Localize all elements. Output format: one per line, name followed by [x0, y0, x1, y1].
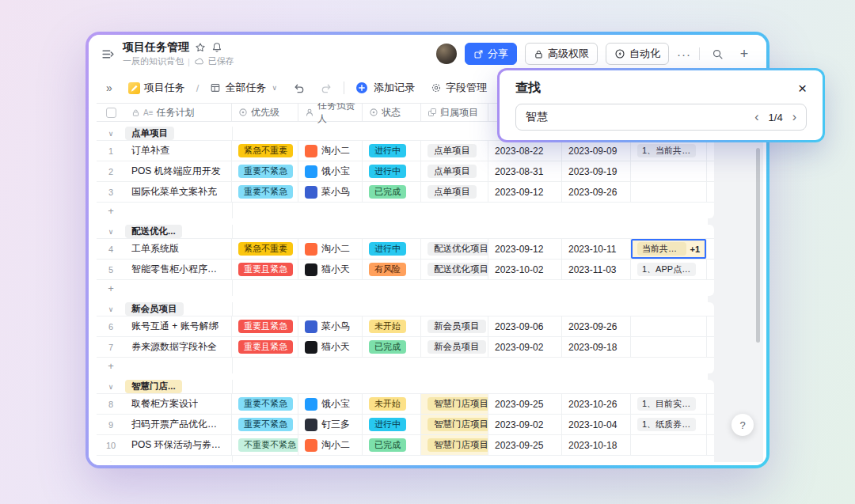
cell-note[interactable]: 1、当前共计已...	[631, 141, 707, 161]
cell-status[interactable]: 未开始	[363, 394, 421, 414]
cell-end-date[interactable]: 2023-10-18	[562, 435, 631, 455]
cell-note[interactable]: 当前共计...+1	[631, 239, 707, 259]
cell-note[interactable]: 1、APP点单第...	[631, 260, 707, 279]
select-all-cell[interactable]	[97, 104, 125, 121]
group-label[interactable]: 点单项目	[125, 127, 174, 140]
cell-assignee[interactable]: 菜小鸟	[298, 316, 363, 336]
previous-match-icon[interactable]: ‹	[754, 110, 758, 124]
cell-task[interactable]: 订单补查	[125, 141, 232, 161]
share-button[interactable]: 分享	[465, 43, 517, 65]
cell-status[interactable]: 已完成	[363, 182, 421, 202]
cell-project[interactable]: 点单项目	[421, 141, 488, 161]
cell-priority[interactable]: 紧急不重要	[232, 141, 298, 161]
column-header-project[interactable]: 归属项目	[421, 104, 488, 121]
cell-start-date[interactable]: 2023-10-02	[488, 260, 562, 279]
cell-priority[interactable]: 重要且紧急	[232, 337, 298, 357]
cell-priority[interactable]: 紧急不重要	[232, 239, 298, 259]
cell-task[interactable]: 工单系统版	[125, 239, 232, 259]
search-icon[interactable]	[708, 44, 727, 63]
cell-project[interactable]: 配送优化项目	[421, 260, 488, 279]
collapse-views-button[interactable]: »	[101, 78, 117, 97]
cell-priority[interactable]: 重要且紧急	[232, 316, 298, 336]
column-header-priority[interactable]: 优先级	[232, 104, 298, 121]
row-number[interactable]: 4	[97, 239, 125, 259]
cell-project[interactable]: 配送优化项目	[421, 239, 488, 259]
cell-assignee[interactable]: 钉三多	[298, 415, 363, 434]
cell-end-date[interactable]: 2023-09-19	[562, 161, 631, 181]
group-label[interactable]: 新会员项目	[125, 302, 184, 316]
cell-assignee[interactable]: 淘小二	[298, 435, 363, 455]
cell-end-date[interactable]: 2023-09-26	[562, 316, 631, 336]
cell-start-date[interactable]: 2023-08-22	[488, 141, 562, 161]
cell-start-date[interactable]: 2023-09-12	[488, 182, 562, 202]
cell-start-date[interactable]: 2023-09-25	[488, 394, 562, 414]
cell-priority[interactable]: 重要不紧急	[232, 182, 298, 202]
group-collapse-chevron[interactable]: ∨	[97, 130, 125, 138]
row-number[interactable]: 7	[97, 337, 125, 357]
cell-end-date[interactable]: 2023-09-26	[562, 182, 631, 202]
cell-start-date[interactable]: 2023-09-12	[488, 239, 562, 259]
cell-status[interactable]: 进行中	[363, 141, 421, 161]
cell-note[interactable]: 1、目前实体卡...	[631, 394, 707, 414]
add-row-button[interactable]: +	[97, 458, 125, 463]
cell-note[interactable]	[631, 316, 707, 336]
group-label[interactable]: 智慧门店...	[125, 380, 182, 393]
cell-note[interactable]	[631, 337, 707, 357]
row-number[interactable]: 10	[97, 435, 125, 455]
cell-priority[interactable]: 重要且紧急	[232, 260, 298, 279]
row-number[interactable]: 5	[97, 260, 125, 279]
cell-start-date[interactable]: 2023-09-06	[488, 316, 562, 336]
redo-button[interactable]	[316, 79, 337, 97]
cell-status[interactable]: 进行中	[363, 161, 421, 181]
cell-start-date[interactable]: 2023-09-25	[488, 435, 562, 455]
row-number[interactable]: 8	[97, 394, 125, 414]
cell-priority[interactable]: 重要不紧急	[232, 394, 298, 414]
help-button[interactable]: ?	[732, 414, 754, 436]
cell-project[interactable]: 智慧门店项目	[421, 394, 488, 414]
row-number[interactable]: 3	[97, 182, 125, 202]
notification-bell-icon[interactable]	[211, 42, 222, 53]
add-view-button[interactable]: +	[735, 44, 754, 63]
cell-task[interactable]: 券来源数据字段补全	[125, 337, 232, 357]
cell-project[interactable]: 智慧门店项目	[421, 415, 488, 434]
cell-task[interactable]: POS 环保活动与券同享	[125, 435, 232, 455]
add-record-button[interactable]: 添加记录	[351, 78, 420, 98]
cell-start-date[interactable]: 2023-09-02	[488, 337, 562, 357]
cell-task[interactable]: POS 机终端应用开发	[125, 161, 232, 181]
column-header-assignee[interactable]: 任务负责人	[298, 104, 363, 121]
cell-task[interactable]: 国际化菜单文案补充	[125, 182, 232, 202]
next-match-icon[interactable]: ›	[792, 110, 796, 124]
cell-task[interactable]: 取餐柜方案设计	[125, 394, 232, 414]
group-collapse-chevron[interactable]: ∨	[97, 383, 125, 391]
cell-assignee[interactable]: 淘小二	[298, 141, 363, 161]
cell-task[interactable]: 账号互通 + 账号解绑	[125, 316, 232, 336]
cell-note[interactable]	[631, 435, 707, 455]
advanced-permission-button[interactable]: 高级权限	[525, 43, 598, 65]
column-header-task[interactable]: A≡ 任务计划	[125, 104, 232, 121]
row-number[interactable]: 1	[97, 141, 125, 161]
cell-end-date[interactable]: 2023-09-18	[562, 337, 631, 357]
user-avatar[interactable]	[436, 44, 457, 64]
cell-status[interactable]: 有风险	[363, 260, 421, 279]
cell-project[interactable]: 新会员项目	[421, 316, 488, 336]
cell-task[interactable]: 智能零售柜小程序版前...	[125, 260, 232, 279]
cell-note[interactable]	[631, 182, 707, 202]
cell-project[interactable]: 智慧门店项目	[421, 435, 488, 455]
more-menu-button[interactable]: ···	[677, 47, 691, 61]
cell-start-date[interactable]: 2023-09-02	[488, 415, 562, 434]
cell-project[interactable]: 点单项目	[421, 182, 488, 202]
group-label[interactable]: 配送优化...	[125, 225, 182, 238]
cell-assignee[interactable]: 猫小天	[298, 337, 363, 357]
group-collapse-chevron[interactable]: ∨	[97, 228, 125, 236]
select-all-checkbox[interactable]	[106, 108, 116, 118]
cell-end-date[interactable]: 2023-11-03	[562, 260, 631, 279]
cell-project[interactable]: 新会员项目	[421, 337, 488, 357]
cell-assignee[interactable]: 饿小宝	[298, 161, 363, 181]
cell-status[interactable]: 已完成	[363, 435, 421, 455]
add-row-button[interactable]: +	[97, 205, 125, 217]
workspace-name[interactable]: 一辰的知识背包	[123, 55, 184, 67]
close-icon[interactable]: ×	[798, 81, 807, 96]
cell-assignee[interactable]: 猫小天	[298, 260, 363, 279]
row-number[interactable]: 6	[97, 316, 125, 336]
add-row-button[interactable]: +	[97, 282, 125, 294]
